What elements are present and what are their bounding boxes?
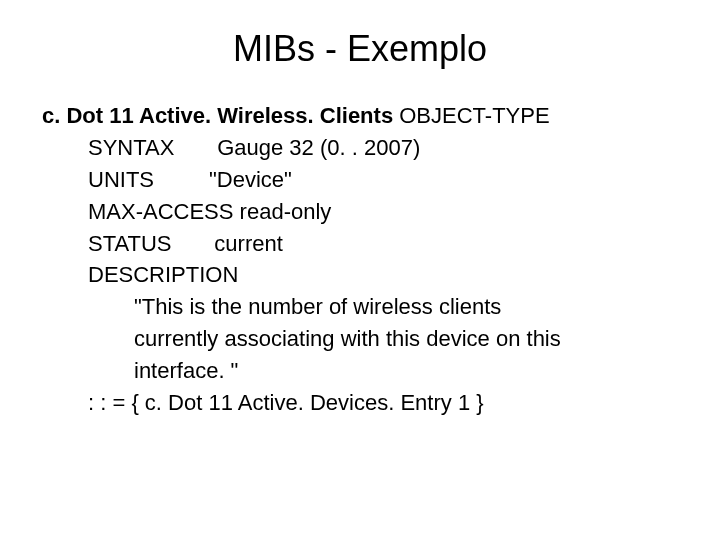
description-text-line1: "This is the number of wireless clients: [134, 291, 680, 323]
max-access-label: MAX-ACCESS: [88, 199, 233, 224]
description-text-line3: interface. ": [134, 355, 680, 387]
assignment-line: : : = { c. Dot 11 Active. Devices. Entry…: [88, 387, 680, 419]
units-label: UNITS: [88, 167, 154, 192]
slide: MIBs - Exemplo c. Dot 11 Active. Wireles…: [0, 0, 720, 540]
max-access-value: read-only: [240, 199, 332, 224]
syntax-label: SYNTAX: [88, 135, 174, 160]
slide-title: MIBs - Exemplo: [0, 0, 720, 100]
slide-body: c. Dot 11 Active. Wireless. Clients OBJE…: [0, 100, 720, 419]
syntax-line: SYNTAX Gauge 32 (0. . 2007): [88, 132, 680, 164]
max-access-line: MAX-ACCESS read-only: [88, 196, 680, 228]
description-label-line: DESCRIPTION: [88, 259, 680, 291]
description-label: DESCRIPTION: [88, 262, 238, 287]
syntax-value: Gauge 32 (0. . 2007): [217, 135, 420, 160]
object-name: c. Dot 11 Active. Wireless. Clients: [42, 103, 393, 128]
status-line: STATUS current: [88, 228, 680, 260]
status-value: current: [214, 231, 282, 256]
units-line: UNITS "Device": [88, 164, 680, 196]
object-type-keyword: OBJECT-TYPE: [399, 103, 549, 128]
units-value: "Device": [209, 167, 292, 192]
object-declaration-line: c. Dot 11 Active. Wireless. Clients OBJE…: [42, 100, 680, 132]
status-label: STATUS: [88, 231, 172, 256]
description-text-line2: currently associating with this device o…: [134, 323, 680, 355]
